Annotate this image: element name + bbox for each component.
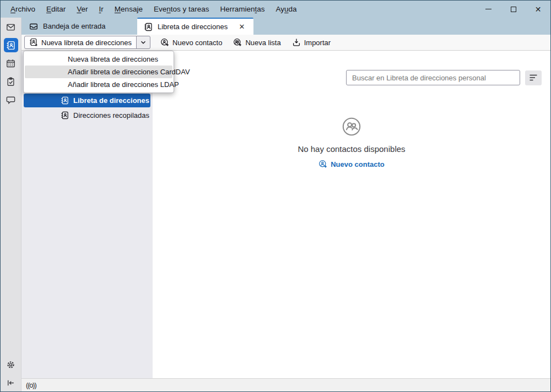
address-book-icon (61, 96, 69, 105)
settings-gear-icon (6, 360, 15, 369)
inbox-icon (29, 22, 38, 31)
new-address-book-split-button: Nueva libreta de direcciones (24, 36, 150, 49)
menu-editar[interactable]: Editar (41, 3, 71, 15)
new-list-label: Nueva lista (245, 39, 280, 47)
display-options-button[interactable] (525, 70, 542, 85)
address-book-list-pane: Libreta de direcciones pers… Direcciones… (21, 51, 153, 378)
new-address-book-dropdown-menu: Nueva libreta de direcciones Añadir libr… (23, 51, 174, 93)
thunderbird-window: Archivo Editar Ver Ir Mensaje Eventos y … (0, 0, 551, 392)
address-book-icon (61, 111, 69, 119)
tasks-icon (6, 77, 15, 86)
contact-plus-icon (160, 38, 169, 47)
new-list-button[interactable]: Nueva lista (229, 36, 285, 48)
menu-eventos-y-tareas[interactable]: Eventos y tareas (148, 3, 215, 15)
new-address-book-button[interactable]: Nueva libreta de direcciones (24, 36, 137, 49)
new-contact-button[interactable]: Nuevo contacto (156, 36, 226, 48)
contact-plus-icon (318, 160, 327, 168)
chat-space-button[interactable] (4, 92, 18, 107)
menu-ver[interactable]: Ver (71, 3, 93, 15)
display-options-lines-icon (529, 74, 538, 81)
new-contact-label: Nuevo contacto (172, 39, 222, 47)
tab-label: Bandeja de entrada (43, 22, 105, 30)
tasks-space-button[interactable] (4, 74, 18, 89)
import-icon (292, 38, 301, 47)
menu-herramientas[interactable]: Herramientas (214, 3, 270, 15)
tab-strip: Bandeja de entrada Libreta de direccione… (21, 18, 550, 35)
empty-state-title: No hay contactos disponibles (153, 144, 550, 154)
new-contact-link[interactable]: Nuevo contacto (318, 160, 385, 168)
address-book-icon (6, 41, 15, 50)
menu-archivo[interactable]: Archivo (5, 3, 41, 15)
tab-libreta-de-direcciones[interactable]: Libreta de direcciones ✕ (137, 18, 253, 35)
new-address-book-label: Nueva libreta de direcciones (41, 39, 132, 47)
offline-status-icon[interactable]: ((o)) (26, 382, 36, 389)
close-icon: ✕ (535, 6, 542, 13)
settings-button[interactable] (4, 357, 18, 372)
import-button[interactable]: Importar (288, 36, 335, 48)
minimize-button[interactable] (476, 1, 501, 18)
menubar: Archivo Editar Ver Ir Mensaje Eventos y … (1, 1, 550, 18)
search-row (153, 51, 550, 85)
people-plus-icon (233, 38, 242, 47)
maximize-button[interactable] (501, 1, 526, 18)
tab-close-button[interactable]: ✕ (237, 22, 247, 32)
tab-label: Libreta de direcciones (158, 23, 228, 31)
tab-bandeja-de-entrada[interactable]: Bandeja de entrada (23, 18, 137, 35)
menu-mensaje[interactable]: Mensaje (109, 3, 148, 15)
collapse-icon (6, 378, 15, 388)
address-book-item-label: Libreta de direcciones pers… (73, 96, 150, 105)
people-circle-icon (342, 117, 361, 137)
mail-icon (6, 23, 15, 32)
import-label: Importar (304, 39, 331, 47)
calendar-space-button[interactable] (4, 56, 18, 70)
menu-item-ldap[interactable]: Añadir libreta de direcciones LDAP (25, 78, 172, 91)
search-input[interactable] (346, 70, 520, 85)
window-controls: ✕ (476, 1, 550, 18)
address-book-plus-icon (29, 38, 38, 47)
maximize-icon (511, 7, 516, 12)
mail-space-button[interactable] (4, 20, 18, 34)
new-address-book-dropdown-button[interactable] (136, 36, 150, 49)
address-book-item-personal[interactable]: Libreta de direcciones pers… (24, 94, 150, 107)
contacts-pane: No hay contactos disponibles Nuevo conta… (153, 51, 550, 378)
new-contact-link-label: Nuevo contacto (331, 160, 385, 168)
address-book-item-recopiladas[interactable]: Direcciones recopiladas (24, 108, 150, 122)
calendar-icon (6, 59, 15, 68)
close-button[interactable]: ✕ (526, 1, 550, 18)
address-book-icon (144, 23, 153, 31)
chevron-down-icon (140, 39, 147, 46)
menu-ayuda[interactable]: Ayuda (271, 3, 302, 15)
menu-ir[interactable]: Ir (94, 3, 109, 15)
menu-item-carddav[interactable]: Añadir libreta de direcciones CardDAV (25, 66, 172, 78)
minimize-icon (485, 9, 491, 9)
empty-state: No hay contactos disponibles Nuevo conta… (153, 117, 550, 171)
close-icon: ✕ (239, 23, 245, 31)
status-bar: ((o)) (21, 378, 550, 392)
menu-item-nueva-libreta[interactable]: Nueva libreta de direcciones (25, 53, 172, 66)
collapse-spaces-button[interactable] (4, 375, 18, 390)
spaces-toolbar (1, 18, 21, 392)
chat-icon (6, 95, 15, 105)
address-book-space-button[interactable] (4, 38, 18, 52)
address-book-toolbar: Nueva libreta de direcciones Nuevo conta… (21, 35, 550, 51)
address-book-item-label: Direcciones recopiladas (73, 111, 149, 119)
